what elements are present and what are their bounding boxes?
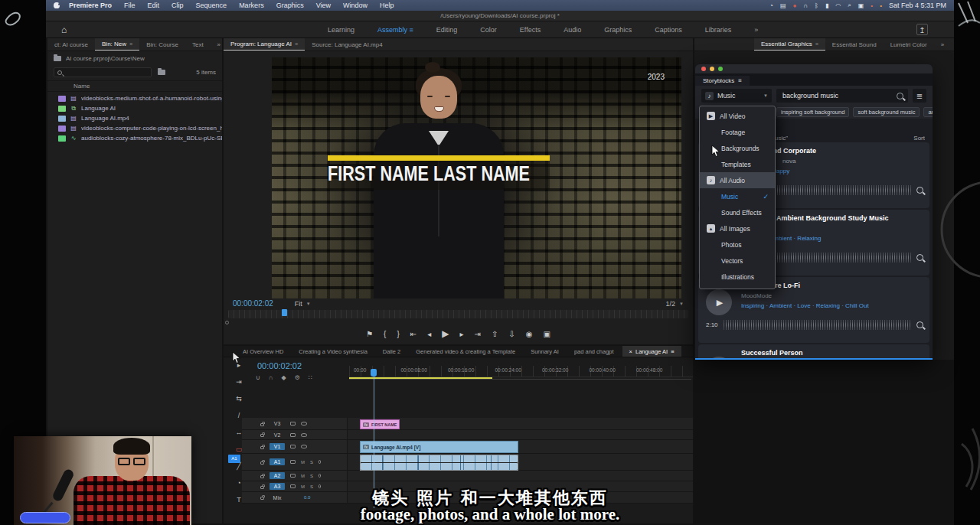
tab-program[interactable]: Program: Language AI ≡: [224, 38, 305, 51]
track-tags[interactable]: Inspiring · Ambient · Love · Relaxing · …: [741, 302, 923, 309]
menu-clip[interactable]: Clip: [165, 2, 190, 9]
add-marker-icon[interactable]: ⚑: [366, 330, 373, 338]
track-label-v3[interactable]: V3: [270, 420, 285, 427]
audio-result-row[interactable]: ▶Successful PersonDanail Draganov: [698, 344, 929, 360]
menu-item-music[interactable]: Music✓: [700, 188, 775, 204]
label-color-chip[interactable]: [58, 126, 66, 132]
project-file-row[interactable]: ⧉Language AI: [47, 103, 222, 113]
comparison-view-icon[interactable]: ▣: [543, 330, 550, 338]
graphic-clip-first-name[interactable]: fx FIRST NAME: [360, 419, 400, 429]
lock-icon[interactable]: [260, 434, 264, 437]
menu-help[interactable]: Help: [374, 2, 400, 9]
lock-icon[interactable]: [260, 446, 264, 449]
sequence-tab-dalle-2[interactable]: Dalle 2: [376, 346, 407, 357]
battery-icon[interactable]: ▮: [825, 2, 828, 9]
waveform[interactable]: [724, 320, 911, 330]
sync-lock-icon[interactable]: [290, 460, 296, 464]
project-file-row[interactable]: ∿audioblocks-cozy-atmosphere-78-mix_BDLu…: [47, 133, 222, 143]
track-select-tool[interactable]: ⇥: [236, 378, 242, 386]
track-label-v1[interactable]: V1: [270, 443, 285, 450]
panel-menu-icon[interactable]: ≡: [129, 41, 132, 47]
source-patch-a1[interactable]: A1: [228, 455, 240, 463]
play-button[interactable]: ▶: [706, 357, 732, 360]
menu-item-sound-effects[interactable]: Sound Effects: [700, 204, 775, 220]
sequence-tab-sunnary-ai[interactable]: Sunnary AI: [524, 346, 566, 357]
menu-item-photos[interactable]: Photos: [700, 236, 775, 253]
lock-icon[interactable]: [260, 486, 264, 489]
menu-item-templates[interactable]: Templates: [700, 156, 775, 172]
project-tab-bin-new[interactable]: Bin: New≡: [95, 38, 139, 51]
headphones-icon[interactable]: ∩: [803, 2, 808, 9]
nest-icon[interactable]: ∷: [309, 374, 312, 381]
label-color-chip[interactable]: [58, 96, 66, 102]
voiceover-record-icon[interactable]: [318, 484, 321, 488]
menu-item-all-video[interactable]: ▶All Video: [700, 108, 775, 124]
razor-tool[interactable]: /: [238, 412, 240, 419]
new-bin-icon[interactable]: [158, 70, 165, 75]
track-visibility-icon[interactable]: [301, 445, 307, 448]
menu-item-footage[interactable]: Footage: [700, 124, 775, 140]
extract-icon[interactable]: ⇩: [508, 330, 514, 338]
settings-wrench-icon[interactable]: ⚙: [295, 374, 300, 381]
menubar-clock[interactable]: Sat Feb 4 5:31 PM: [889, 2, 946, 9]
bluetooth-icon[interactable]: ᛒ: [815, 2, 818, 9]
export-frame-icon[interactable]: ◉: [526, 330, 533, 338]
dot-red-icon[interactable]: •: [871, 2, 873, 9]
menu-item-illustrations[interactable]: Illustrations: [700, 269, 775, 285]
close-icon[interactable]: ×: [629, 348, 632, 355]
suggestion-chip[interactable]: inspiring soft background: [776, 107, 849, 117]
sequence-tab-pad-and-chagpt[interactable]: pad and chagpt: [567, 346, 621, 357]
home-icon[interactable]: ⌂: [61, 24, 67, 35]
linked-selection-icon[interactable]: ∩: [269, 374, 273, 381]
timeline-playhead[interactable]: [371, 369, 377, 377]
solo-button[interactable]: S: [310, 460, 313, 465]
menu-item-vectors[interactable]: Vectors: [700, 253, 775, 269]
mute-button[interactable]: M: [301, 484, 305, 489]
search-icon[interactable]: ⌕: [848, 2, 851, 9]
menu-file[interactable]: File: [118, 2, 142, 9]
video-clip-language-ai[interactable]: fx Language AI.mp4 [V]: [360, 441, 518, 453]
find-similar-icon[interactable]: [916, 254, 923, 261]
sync-lock-icon[interactable]: [290, 445, 296, 448]
tab-source[interactable]: Source: Language AI.mp4: [305, 38, 390, 51]
name-column-header[interactable]: Name: [47, 80, 222, 92]
workspace-tab-effects[interactable]: Effects: [520, 26, 541, 34]
menu-edit[interactable]: Edit: [142, 2, 166, 9]
mute-button[interactable]: M: [301, 474, 305, 478]
menu-view[interactable]: View: [310, 2, 337, 9]
storyblocks-search-input[interactable]: [781, 91, 893, 100]
label-color-chip[interactable]: [58, 116, 66, 122]
workspace-tab-editing[interactable]: Editing: [436, 26, 458, 34]
lock-icon[interactable]: [260, 461, 264, 465]
sequence-tab-generated-video-creating-a-template[interactable]: Generated video & creating a Template: [409, 346, 522, 357]
project-file-row[interactable]: ▤videoblocks-computer-code-playing-on-lc…: [47, 123, 222, 133]
close-window-button[interactable]: [701, 67, 706, 71]
project-file-row[interactable]: ▤videoblocks-medium-shot-of-a-humanoid-r…: [47, 93, 222, 103]
workspace-tab-audio[interactable]: Audio: [564, 26, 581, 34]
project-file-row[interactable]: ▤Language AI.mp4: [47, 113, 222, 123]
share-export-icon[interactable]: ↥: [916, 24, 928, 35]
zoom-window-button[interactable]: [718, 67, 723, 71]
lift-icon[interactable]: ⇧: [492, 330, 498, 338]
sort-button[interactable]: Sort: [913, 135, 925, 142]
menu-window[interactable]: Window: [337, 2, 374, 9]
label-color-chip[interactable]: [58, 135, 66, 142]
project-tab-bin-course[interactable]: Bin: Course: [139, 38, 185, 51]
zoom-level-dropdown[interactable]: Fit▼: [295, 300, 311, 308]
step-back-icon[interactable]: ◂: [427, 330, 431, 338]
voiceover-record-icon[interactable]: [318, 460, 321, 464]
workspace-tab-captions[interactable]: Captions: [655, 26, 682, 34]
workspace-tab-color[interactable]: Color: [480, 26, 497, 34]
project-search-input[interactable]: [65, 68, 148, 77]
play-icon[interactable]: ▶: [442, 328, 449, 339]
mute-button[interactable]: M: [301, 460, 305, 465]
timeline-timecode[interactable]: 00:00:02:02: [257, 361, 302, 370]
panel-menu-icon[interactable]: ≡: [738, 77, 742, 84]
go-to-in-icon[interactable]: ⇤: [410, 330, 416, 338]
panel-menu-icon[interactable]: ≡: [671, 348, 674, 355]
right-tab--[interactable]: »: [934, 38, 951, 51]
solo-button[interactable]: S: [310, 474, 313, 478]
siri-icon[interactable]: ●: [792, 2, 796, 9]
right-tab-lumetri-color[interactable]: Lumetri Color: [884, 38, 934, 51]
timeline-ruler[interactable]: 00:0000:00:08:0000:00:16:0000:00:24:0000…: [349, 366, 693, 377]
